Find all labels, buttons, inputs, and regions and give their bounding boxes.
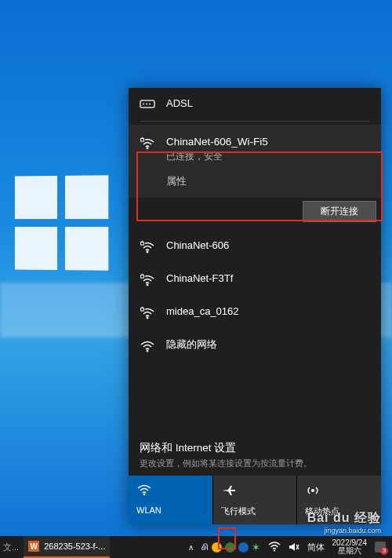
airplane-icon (221, 482, 289, 499)
taskbar-weekday: 星期六 (332, 547, 368, 556)
desktop: ADSL ChinaNet-606_Wi-Fi5 已连接，安全 属性 (0, 0, 392, 558)
network-name: 隐藏的网络 (166, 337, 372, 352)
disconnect-button[interactable]: 断开连接 (303, 201, 376, 222)
network-item[interactable]: ChinaNet-F3Tf (129, 263, 381, 296)
wifi-secure-icon (140, 239, 157, 254)
system-tray: சி ✶ (198, 542, 263, 553)
network-item-hidden[interactable]: 隐藏的网络 (129, 329, 381, 362)
tile-hotspot[interactable]: 移动热点 (297, 476, 381, 524)
network-flyout-panel: ADSL ChinaNet-606_Wi-Fi5 已连接，安全 属性 (129, 88, 381, 524)
tray-app-icon[interactable] (225, 542, 235, 553)
taskbar-app-wps[interactable]: W 268235-523-f-... (24, 536, 110, 558)
dialup-icon (140, 97, 157, 111)
watermark-url: jingyan.baidu.com (307, 527, 381, 534)
svg-point-4 (147, 148, 149, 150)
ime-indicator[interactable]: 简体 (304, 536, 328, 558)
taskbar: 文... W 268235-523-f-... ∧ சி ✶ 简体 (0, 536, 392, 558)
tray-volume-icon[interactable] (285, 536, 303, 558)
taskbar-edge-item[interactable]: 文... (0, 536, 24, 558)
wifi-secure-icon (140, 135, 157, 151)
tray-app-icon[interactable] (238, 542, 249, 553)
svg-point-10 (147, 284, 149, 286)
svg-point-2 (146, 104, 147, 105)
tray-wifi-icon[interactable] (265, 536, 284, 558)
tile-wlan[interactable]: WLAN (129, 476, 213, 524)
tray-chevron-up-icon[interactable]: ∧ (185, 536, 197, 558)
windows-logo (15, 175, 108, 270)
svg-point-16 (147, 350, 149, 352)
network-settings-link[interactable]: 网络和 Internet 设置 更改设置，例如将某连接设置为按流量计费。 (129, 435, 381, 476)
svg-point-7 (147, 251, 149, 253)
svg-point-18 (311, 489, 314, 492)
tile-label: 飞行模式 (221, 505, 289, 517)
wifi-icon (140, 337, 157, 353)
settings-title: 网络和 Internet 设置 (140, 441, 370, 455)
wps-icon: W (28, 541, 39, 552)
quick-action-tiles: WLAN 飞行模式 移动热点 (129, 476, 381, 524)
network-properties-link[interactable]: 属性 (166, 174, 372, 188)
network-name: ChinaNet-606_Wi-Fi5 (166, 135, 372, 149)
hotspot-icon (305, 482, 373, 499)
svg-point-17 (143, 494, 146, 496)
tray-app-icon[interactable]: சி (201, 542, 209, 553)
network-item-adsl[interactable]: ADSL (129, 88, 381, 119)
network-name: ChinaNet-F3Tf (166, 272, 372, 286)
tray-app-icon[interactable]: ✶ (252, 542, 260, 553)
svg-point-13 (147, 317, 149, 319)
disconnect-row: 断开连接 (129, 198, 381, 230)
network-item-connected[interactable]: ChinaNet-606_Wi-Fi5 已连接，安全 属性 (129, 125, 381, 198)
tray-app-icon[interactable] (212, 542, 222, 553)
tile-label: WLAN (136, 505, 205, 515)
svg-point-19 (273, 549, 274, 551)
network-name: midea_ca_0162 (166, 305, 372, 319)
settings-subtitle: 更改设置，例如将某连接设置为按流量计费。 (140, 458, 370, 469)
taskbar-clock[interactable]: 2022/9/24 星期六 (329, 539, 371, 556)
network-item[interactable]: midea_ca_0162 (129, 296, 381, 329)
action-center-icon[interactable] (372, 536, 389, 558)
tile-label: 移动热点 (305, 505, 373, 517)
wifi-secure-icon (140, 305, 157, 320)
wifi-icon (136, 482, 205, 499)
svg-point-3 (149, 104, 151, 105)
network-status: 已连接，安全 (166, 150, 372, 162)
taskbar-app-title: 268235-523-f-... (44, 542, 105, 551)
network-name: ADSL (166, 97, 372, 111)
tile-airplane[interactable]: 飞行模式 (213, 476, 298, 524)
divider (140, 121, 370, 122)
wifi-secure-icon (140, 272, 157, 287)
svg-point-1 (143, 104, 144, 105)
network-item[interactable]: ChinaNet-606 (129, 230, 381, 263)
network-name: ChinaNet-606 (166, 239, 372, 253)
